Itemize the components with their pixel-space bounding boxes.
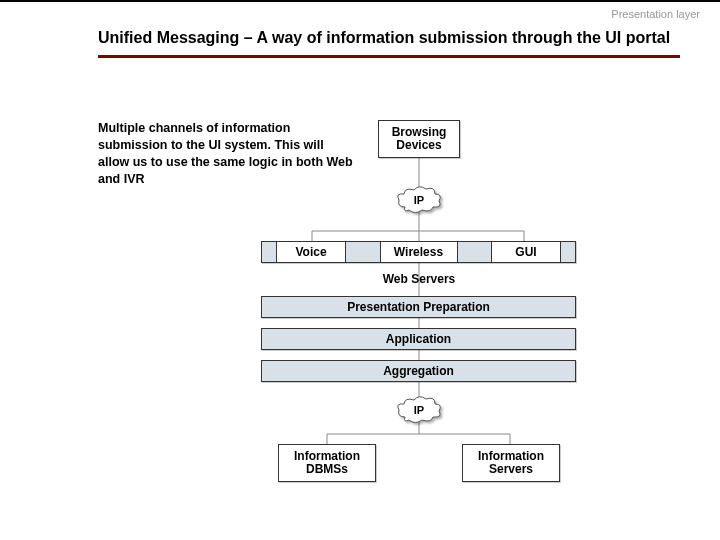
node-presentation-preparation: Presentation Preparation [261,296,576,318]
channel-band: Voice Wireless GUI [261,241,576,263]
page-title: Unified Messaging – A way of information… [98,28,680,58]
description-text: Multiple channels of information submiss… [98,120,358,188]
node-ip-cloud-bottom: IP [395,395,443,425]
node-ip-cloud-top: IP [395,185,443,215]
node-gui: GUI [491,241,561,263]
node-browsing-devices: Browsing Devices [378,120,460,158]
node-information-servers: Information Servers [462,444,560,482]
node-aggregation: Aggregation [261,360,576,382]
node-information-dbmss: Information DBMSs [278,444,376,482]
node-application: Application [261,328,576,350]
label-web-servers: Web Servers [378,272,460,286]
node-wireless: Wireless [380,241,458,263]
layer-label: Presentation layer [611,8,700,20]
node-voice: Voice [276,241,346,263]
